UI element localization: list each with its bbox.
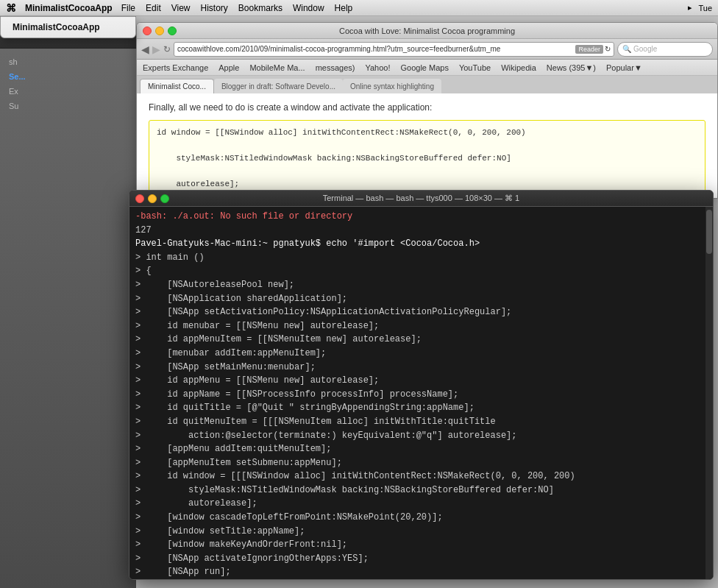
maximize-button[interactable] [168, 26, 177, 35]
menubar-right: ▸ Tue [688, 3, 712, 13]
content-paragraph: Finally, all we need to do is create a w… [149, 101, 705, 114]
terminal-line-10: > [menubar addItem:appMenuItem]; [135, 347, 707, 361]
terminal-line-18: > [appMenuItem setSubmenu:appMenu]; [135, 456, 707, 470]
menubar: ⌘ MinimalistCocoaApp File Edit View Hist… [0, 0, 718, 16]
bookmark-apple[interactable]: Apple [218, 63, 239, 72]
sidebar-items: sh Se... Ex Su [0, 49, 136, 119]
code-line-1: styleMask:NSTitledWindowMask backing:NSB… [157, 152, 697, 166]
terminal-line-0: -bash: ./a.out: No such file or director… [135, 210, 707, 224]
menu-history[interactable]: History [201, 3, 228, 13]
code-block: id window = [[NSWindow alloc] initWithCo… [149, 120, 705, 198]
app-menu-title[interactable]: MinimalistCocoaApp [25, 3, 113, 13]
browser-title: Cocoa with Love: Minimalist Cocoa progra… [339, 26, 515, 35]
terminal-line-25: > [NSApp activateIgnoringOtherApps:YES]; [135, 552, 707, 566]
menu-edit[interactable]: Edit [146, 3, 161, 13]
bookmark-wikipedia[interactable]: Wikipedia [501, 63, 536, 72]
sidebar-item-2[interactable]: Ex [0, 84, 136, 99]
url-text: cocoawithlove.com/2010/09/minimalist-coc… [177, 45, 572, 53]
menu-window[interactable]: Window [293, 3, 324, 13]
search-icon: 🔍 [622, 45, 631, 53]
bookmark-yahoo[interactable]: Yahoo! [365, 63, 390, 72]
reload-icon[interactable]: ↻ [605, 45, 611, 53]
terminal-minimize-button[interactable] [148, 194, 157, 203]
terminal-line-14: > id quitTitle = [@"Quit " stringByAppen… [135, 401, 707, 415]
terminal-titlebar: Terminal — bash — bash — ttys000 — 108×3… [129, 191, 713, 207]
terminal-content[interactable]: -bash: ./a.out: No such file or director… [129, 207, 713, 579]
terminal-line-5: > [NSAutoreleasePool new]; [135, 278, 707, 292]
tab-blogger[interactable]: Blogger in draft: Software Develo... [214, 79, 343, 93]
close-button[interactable] [143, 26, 152, 35]
forward-icon[interactable]: ▶ [152, 43, 160, 55]
bookmark-news[interactable]: News (395▼) [547, 63, 596, 72]
code-line-0: id window = [[NSWindow alloc] initWithCo… [157, 127, 697, 140]
url-bar[interactable]: cocoawithlove.com/2010/09/minimalist-coc… [174, 42, 614, 57]
bookmark-experts[interactable]: Experts Exchange [143, 63, 208, 72]
app-dropdown-title: MinimalistCocoaApp [1, 20, 135, 35]
terminal-line-3: > int main () [135, 251, 707, 265]
terminal-line-23: > [window setTitle:appName]; [135, 525, 707, 539]
terminal-line-9: > id appMenuItem = [[NSMenuItem new] aut… [135, 333, 707, 347]
terminal-title: Terminal — bash — bash — ttys000 — 108×3… [323, 194, 520, 203]
terminal-scrollbar-thumb[interactable] [706, 210, 712, 254]
clock: Tue [698, 4, 712, 13]
back-icon[interactable]: ◀ [141, 43, 149, 55]
terminal-close-button[interactable] [135, 194, 144, 203]
terminal-line-12: > id appMenu = [[NSMenu new] autorelease… [135, 374, 707, 388]
terminal-line-24: > [window makeKeyAndOrderFront:nil]; [135, 538, 707, 552]
terminal-line-26: > [NSApp run]; [135, 565, 707, 579]
traffic-lights [143, 26, 177, 35]
menu-help[interactable]: Help [335, 3, 353, 13]
terminal-traffic-lights [135, 194, 169, 203]
menubar-items: File Edit View History Bookmarks Window … [121, 3, 353, 13]
terminal-line-4: > { [135, 264, 707, 278]
sidebar-item-0[interactable]: sh [0, 54, 136, 69]
terminal-scrollbar[interactable] [705, 207, 713, 580]
sidebar-item-1[interactable]: Se... [0, 69, 136, 84]
sidebar-item-3[interactable]: Su [0, 99, 136, 113]
bookmark-messages[interactable]: messages) [316, 63, 355, 72]
terminal-line-16: > action:@selector(terminate:) keyEquiva… [135, 429, 707, 443]
tab-syntax[interactable]: Online syntax highlighting [343, 79, 441, 93]
bookmarks-bar: Experts Exchange Apple MobileMe Ma... me… [137, 60, 717, 76]
browser-toolbar: ◀ ▶ ↻ cocoawithlove.com/2010/09/minimali… [137, 39, 717, 60]
bookmark-mobileme[interactable]: MobileMe Ma... [249, 63, 305, 72]
terminal-line-7: > [NSApp setActivationPolicy:NSApplicati… [135, 305, 707, 319]
browser-window: Cocoa with Love: Minimalist Cocoa progra… [136, 22, 718, 199]
wifi-icon: ▸ [688, 3, 692, 13]
terminal-line-8: > id menubar = [[NSMenu new] autorelease… [135, 319, 707, 333]
browser-tabs: Minimalist Coco... Blogger in draft: Sof… [137, 76, 717, 93]
tab-minimalist[interactable]: Minimalist Coco... [140, 79, 214, 93]
terminal-window: Terminal — bash — bash — ttys000 — 108×3… [129, 190, 714, 580]
search-bar[interactable]: 🔍 Google [617, 42, 713, 57]
minimize-button[interactable] [155, 26, 164, 35]
menu-file[interactable]: File [121, 3, 135, 13]
terminal-line-15: > id quitMenuItem = [[[NSMenuItem alloc]… [135, 415, 707, 429]
terminal-line-13: > id appName = [[NSProcessInfo processIn… [135, 388, 707, 402]
reader-button[interactable]: Reader [575, 45, 603, 54]
app-dropdown: MinimalistCocoaApp [0, 16, 136, 38]
terminal-line-6: > [NSApplication sharedApplication]; [135, 292, 707, 306]
bookmark-popular[interactable]: Popular▼ [606, 63, 642, 72]
sidebar: MinimalistCocoaApp sh Se... Ex Su [0, 16, 136, 588]
menu-view[interactable]: View [171, 3, 191, 13]
terminal-line-19: > id window = [[[NSWindow alloc] initWit… [135, 470, 707, 483]
terminal-line-1: 127 [135, 224, 707, 238]
refresh-icon[interactable]: ↻ [163, 44, 171, 54]
apple-menu[interactable]: ⌘ [6, 2, 16, 14]
terminal-maximize-button[interactable] [160, 194, 169, 203]
terminal-line-2: Pavel-Gnatyuks-Mac-mini:~ pgnatyuk$ echo… [135, 237, 707, 251]
search-placeholder: Google [633, 45, 657, 53]
bookmark-youtube[interactable]: YouTube [459, 63, 491, 72]
terminal-line-17: > [appMenu addItem:quitMenuItem]; [135, 442, 707, 456]
menu-bookmarks[interactable]: Bookmarks [238, 3, 282, 13]
browser-content: Finally, all we need to do is create a w… [137, 93, 717, 198]
terminal-line-20: > styleMask:NSTitledWindowMask backing:N… [135, 483, 707, 497]
terminal-line-21: > autorelease]; [135, 497, 707, 511]
bookmark-googlemaps[interactable]: Google Maps [400, 63, 448, 72]
terminal-line-11: > [NSApp setMainMenu:menubar]; [135, 361, 707, 375]
browser-titlebar: Cocoa with Love: Minimalist Cocoa progra… [137, 23, 717, 39]
terminal-line-22: > [window cascadeTopLeftFromPoint:NSMake… [135, 511, 707, 525]
